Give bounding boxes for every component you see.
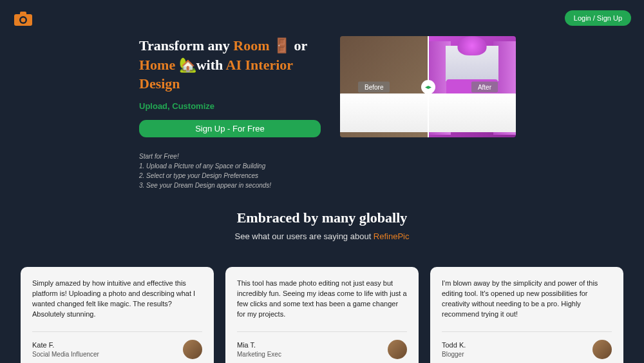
testimonial-card: I'm blown away by the simplicity and pow… bbox=[430, 267, 623, 363]
testimonial-role: Marketing Exec bbox=[237, 351, 281, 358]
step-1: 1. Upload a Picture of any Space or Buil… bbox=[139, 161, 321, 171]
testimonial-card: This tool has made photo editing not jus… bbox=[225, 267, 419, 363]
step-2: 2. Select or type your Design Preference… bbox=[139, 171, 321, 181]
testimonial-text: This tool has made photo editing not jus… bbox=[237, 279, 407, 320]
testimonial-role: Social Media Influencer bbox=[32, 351, 99, 358]
hero-steps: Start for Free! 1. Upload a Picture of a… bbox=[139, 152, 321, 190]
divider bbox=[32, 331, 202, 332]
before-after-slider[interactable]: Before After ◂▸ bbox=[340, 36, 516, 137]
testimonial-name: Mia T. bbox=[237, 341, 281, 349]
logo[interactable] bbox=[13, 9, 33, 27]
after-label: After bbox=[471, 81, 498, 92]
testimonials-subtitle: See what our users are saying about Refi… bbox=[0, 231, 644, 241]
divider bbox=[237, 331, 407, 332]
hero-heading: Transform any Room 🚪 or Home 🏡with AI In… bbox=[139, 36, 321, 93]
header: Login / Sign Up bbox=[0, 0, 644, 36]
bed-illustration bbox=[340, 93, 429, 132]
h1-home: Home 🏡 bbox=[139, 57, 196, 73]
login-signup-button[interactable]: Login / Sign Up bbox=[565, 10, 631, 26]
avatar bbox=[183, 340, 202, 359]
hero-section: Transform any Room 🚪 or Home 🏡with AI In… bbox=[0, 36, 644, 190]
avatar bbox=[388, 340, 407, 359]
sub-prefix: See what our users are saying about bbox=[235, 231, 374, 241]
testimonial-text: Simply amazed by how intuitive and effec… bbox=[32, 279, 202, 320]
h1-or: or bbox=[290, 37, 307, 54]
compare-handle[interactable]: ◂▸ bbox=[421, 80, 435, 94]
lampshade bbox=[457, 36, 486, 55]
h1-with: with bbox=[196, 57, 226, 73]
before-label: Before bbox=[358, 81, 390, 92]
svg-point-3 bbox=[21, 18, 26, 23]
avatar bbox=[592, 340, 612, 359]
testimonial-footer: Todd K. Blogger bbox=[442, 340, 612, 359]
testimonial-footer: Kate F. Social Media Influencer bbox=[32, 340, 202, 359]
testimonials-row: Simply amazed by how intuitive and effec… bbox=[0, 267, 644, 363]
signup-button-hero[interactable]: Sign Up - For Free bbox=[139, 120, 321, 137]
h1-room: Room 🚪 bbox=[233, 37, 290, 54]
testimonial-card: Simply amazed by how intuitive and effec… bbox=[21, 267, 214, 363]
testimonial-name: Todd K. bbox=[442, 341, 466, 349]
testimonial-footer: Mia T. Marketing Exec bbox=[237, 340, 407, 359]
hero-text: Transform any Room 🚪 or Home 🏡with AI In… bbox=[139, 36, 321, 190]
testimonial-name: Kate F. bbox=[32, 341, 99, 349]
steps-title: Start for Free! bbox=[139, 152, 321, 161]
step-3: 3. See your Dream Design appear in secon… bbox=[139, 181, 321, 190]
testimonial-role: Blogger bbox=[442, 351, 466, 358]
testimonials-title: Embraced by many globally bbox=[0, 210, 644, 226]
h1-text: Transform any bbox=[139, 37, 233, 54]
testimonial-text: I'm blown away by the simplicity and pow… bbox=[442, 279, 612, 320]
compare-arrows-icon: ◂▸ bbox=[425, 83, 431, 90]
bed-illustration bbox=[427, 93, 516, 132]
divider bbox=[442, 331, 612, 332]
hero-subheading: Upload, Customize bbox=[139, 101, 321, 111]
brand-name: RefinePic bbox=[374, 231, 410, 241]
svg-rect-1 bbox=[20, 12, 26, 15]
